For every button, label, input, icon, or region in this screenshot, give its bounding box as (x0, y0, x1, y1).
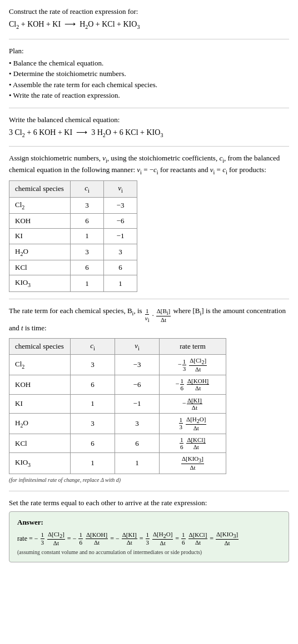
rt-ci-koh: 6 (71, 375, 115, 394)
table-row: KOH 6 −6 (9, 214, 137, 229)
rt-vi-kio3: 1 (115, 453, 160, 474)
rt-ci-h2o: 3 (71, 413, 115, 434)
delta-frac: Δ[Bi]Δt (156, 308, 171, 323)
vi-kio3: 1 (104, 275, 137, 292)
answer-box: Answer: rate = − 13 Δ[Cl2]Δt = − 16 Δ[KO… (9, 511, 289, 562)
rt-ci-cl2: 3 (71, 355, 115, 375)
rt-rate-kcl: 16 Δ[KCl]Δt (160, 434, 226, 453)
rt-species-cl2: Cl2 (9, 355, 71, 375)
rt-species-ki: KI (9, 394, 71, 413)
species-ki: KI (9, 229, 71, 244)
eq4: = (175, 534, 179, 544)
rt-col-species: chemical species (9, 338, 71, 355)
rt-ci-ki: 1 (71, 394, 115, 413)
plan-section: Plan: • Balance the chemical equation. •… (9, 46, 289, 108)
eq5: = (210, 534, 213, 544)
rt-vi-cl2: −3 (115, 355, 160, 375)
rate-term-table: chemical species ci νi rate term Cl2 3 −… (9, 338, 226, 474)
rt-species-kcl: KCl (9, 434, 71, 453)
vi-cl2: −3 (104, 197, 137, 214)
frac-1-6b: 16 (181, 531, 186, 545)
ci-cl2: 3 (71, 197, 104, 214)
vi-ki: −1 (104, 229, 137, 244)
construct-label: Construct the rate of reaction expressio… (9, 7, 289, 17)
rt-col-ci: ci (71, 338, 115, 355)
rt-vi-kcl: 6 (115, 434, 160, 453)
vi-kcl: 6 (104, 260, 137, 275)
rt-species-koh: KOH (9, 375, 71, 394)
eq1: = (67, 534, 71, 544)
rt-ci-kcl: 6 (71, 434, 115, 453)
answer-label: Answer: (17, 517, 281, 527)
frac-1-3b: 13 (146, 531, 150, 545)
table-row: KCl 6 6 (9, 260, 137, 275)
rt-species-kio3: KIO3 (9, 453, 71, 474)
rt-vi-ki: −1 (115, 394, 160, 413)
assign-intro: Assign stoichiometric numbers, νi, using… (9, 153, 289, 176)
main-reaction: Cl2 + KOH + KI ⟶ H2O + KCl + KIO3 (9, 19, 289, 31)
balanced-title: Write the balanced chemical equation: (9, 115, 289, 125)
table-row: KI 1 −1 (9, 229, 137, 244)
balanced-equation: 3 Cl2 + 6 KOH + KI ⟶ 3 H2O + 6 KCl + KIO… (9, 127, 289, 139)
table-row: Cl2 3 −3 −13 Δ[Cl2]Δt (9, 355, 226, 375)
rt-rate-kio3: Δ[KIO3]Δt (160, 453, 226, 474)
rate-term-section: The rate term for each chemical species,… (9, 306, 289, 491)
rate-expression: rate = − 13 Δ[Cl2]Δt = − 16 Δ[KOH]Δt = −… (17, 531, 281, 546)
col-vi: νi (104, 181, 137, 198)
rt-vi-koh: −6 (115, 375, 160, 394)
rt-ci-kio3: 1 (71, 453, 115, 474)
rt-rate-ki: −Δ[KI]Δt (160, 394, 226, 413)
rate-term-intro: The rate term for each chemical species,… (9, 306, 289, 333)
minus-1-3: − (34, 534, 38, 544)
frac-kio3: Δ[KIO3]Δt (216, 531, 239, 546)
balanced-section: Write the balanced chemical equation: 3 … (9, 115, 289, 147)
rt-vi-h2o: 3 (115, 413, 160, 434)
eq3: = (140, 534, 143, 544)
eq2: = (110, 534, 114, 544)
table-row: H2O 3 3 (9, 244, 137, 260)
plan-title: Plan: (9, 46, 289, 56)
assumption-note: (assuming constant volume and no accumul… (17, 549, 281, 556)
table-row: KI 1 −1 −Δ[KI]Δt (9, 394, 226, 413)
vi-koh: −6 (104, 214, 137, 229)
plan-step-1: • Balance the chemical equation. (9, 58, 289, 68)
ci-koh: 6 (71, 214, 104, 229)
frac-cl2: Δ[Cl2]Δt (47, 531, 65, 546)
rate-word: rate = (17, 534, 33, 544)
infinitesimal-note: (for infinitesimal rate of change, repla… (9, 476, 289, 484)
frac-1-6: 16 (78, 531, 83, 545)
frac-koh: Δ[KOH]Δt (86, 531, 108, 545)
species-kcl: KCl (9, 260, 71, 275)
table-row: KIO3 1 1 (9, 275, 137, 292)
assign-section: Assign stoichiometric numbers, νi, using… (9, 153, 289, 299)
table-row: H2O 3 3 13 Δ[H2O]Δt (9, 413, 226, 434)
nu-frac: 1νi (145, 308, 150, 323)
col-species: chemical species (9, 181, 71, 198)
plan-step-2: • Determine the stoichiometric numbers. (9, 69, 289, 79)
ci-ki: 1 (71, 229, 104, 244)
frac-kcl: Δ[KCl]Δt (188, 531, 208, 545)
frac-1-3: 13 (41, 531, 45, 545)
rt-col-vi: νi (115, 338, 160, 355)
rt-col-rate: rate term (160, 338, 226, 355)
rt-rate-koh: −16 Δ[KOH]Δt (160, 375, 226, 394)
ci-kio3: 1 (71, 275, 104, 292)
table-row: KIO3 1 1 Δ[KIO3]Δt (9, 453, 226, 474)
dot-separator: · (152, 310, 153, 320)
table-row: KCl 6 6 16 Δ[KCl]Δt (9, 434, 226, 453)
rt-rate-h2o: 13 Δ[H2O]Δt (160, 413, 226, 434)
plan-step-4: • Write the rate of reaction expression. (9, 90, 289, 100)
set-equal-text: Set the rate terms equal to each other t… (9, 498, 289, 508)
rt-rate-cl2: −13 Δ[Cl2]Δt (160, 355, 226, 375)
table-row: Cl2 3 −3 (9, 197, 137, 214)
table-row: KOH 6 −6 −16 Δ[KOH]Δt (9, 375, 226, 394)
stoich-table: chemical species ci νi Cl2 3 −3 KOH 6 −6… (9, 180, 137, 292)
ci-kcl: 6 (71, 260, 104, 275)
plan-step-3: • Assemble the rate term for each chemic… (9, 80, 289, 90)
species-kio3: KIO3 (9, 275, 71, 292)
species-koh: KOH (9, 214, 71, 229)
frac-ki: Δ[KI]Δt (122, 531, 137, 545)
answer-section: Set the rate terms equal to each other t… (9, 498, 289, 563)
species-h2o: H2O (9, 244, 71, 260)
col-ci: ci (71, 181, 104, 198)
